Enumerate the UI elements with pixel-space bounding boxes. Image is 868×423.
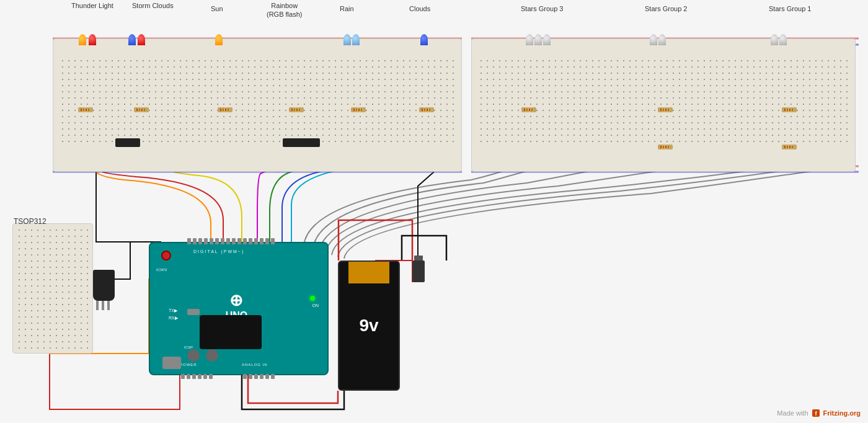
- rain-label: Rain: [340, 5, 354, 12]
- led-stars2-1: [650, 34, 657, 45]
- clouds-label: Clouds: [409, 5, 430, 12]
- led-stars3-2: [534, 34, 542, 45]
- tsop-label: TSOP312: [14, 217, 46, 226]
- transistor-switch: [412, 260, 425, 282]
- battery-9v: 9v: [338, 260, 400, 391]
- sun-label: Sun: [211, 5, 223, 12]
- led-rain-1: [343, 34, 351, 45]
- led-stars3-1: [526, 34, 533, 45]
- arduino-reset-button[interactable]: [161, 251, 171, 260]
- breadboard-1: [53, 38, 462, 172]
- breadboard-2: [471, 38, 856, 172]
- fritzing-icon: f: [811, 408, 821, 418]
- led-storm-red: [138, 34, 145, 45]
- led-thunder-red: [89, 34, 96, 45]
- stars-group2-label: Stars Group 2: [645, 5, 687, 12]
- storm-clouds-label: Storm Clouds: [132, 1, 174, 10]
- watermark: Made with f Fritzing.org: [777, 408, 861, 418]
- led-stars3-3: [543, 34, 551, 45]
- led-storm-blue: [128, 34, 136, 45]
- thunder-light-label: Thunder Light: [71, 1, 113, 10]
- rainbow-label: Rainbow(RGB flash): [267, 1, 302, 19]
- breadboard-small: [12, 223, 93, 354]
- led-stars1-2: [779, 34, 787, 45]
- led-stars2-2: [658, 34, 666, 45]
- main-canvas: Thunder Light Storm Clouds Sun Rainbow(R…: [0, 0, 868, 423]
- arduino-usb-port[interactable]: [162, 357, 181, 369]
- led-sun: [215, 34, 223, 45]
- led-stars1-1: [771, 34, 778, 45]
- stars-group3-label: Stars Group 3: [521, 5, 563, 12]
- stars-group1-label: Stars Group 1: [769, 5, 811, 12]
- led-clouds: [420, 34, 428, 45]
- led-thunder-orange: [79, 34, 86, 45]
- tsop312: [93, 270, 115, 301]
- led-rain-2: [352, 34, 360, 45]
- arduino-uno: DIGITAL (PWM~) ⊕ UNO Arduino ON TX▶ RX▶ …: [149, 242, 329, 375]
